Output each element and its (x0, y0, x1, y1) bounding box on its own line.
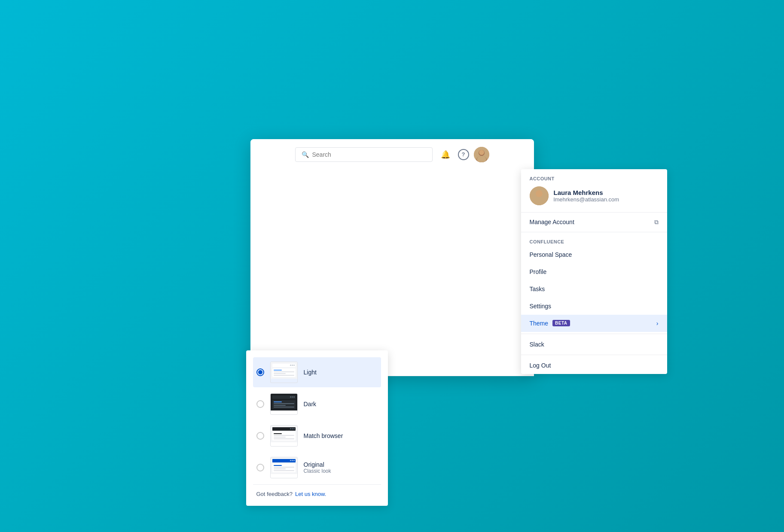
user-email: lmehrkens@atlassian.com (554, 196, 619, 203)
light-theme-name: Light (304, 369, 317, 376)
feedback-link[interactable]: Let us know. (295, 491, 326, 497)
feedback-text: Got feedback? (256, 491, 293, 497)
original-theme-desc: Classic look (304, 468, 331, 474)
theme-option-match-browser[interactable]: Match browser (253, 421, 381, 451)
logout-label: Log Out (530, 362, 551, 369)
confluence-section-label: CONFLUENCE (521, 239, 667, 244)
content-area: Light (250, 170, 534, 376)
user-name: Laura Mehrkens (554, 189, 619, 196)
dark-theme-name: Dark (304, 401, 317, 407)
theme-thumbnail-original (270, 457, 298, 478)
manage-account-label: Manage Account (530, 219, 574, 225)
tasks-item[interactable]: Tasks (521, 280, 667, 298)
theme-radio-original (256, 464, 264, 471)
user-details: Laura Mehrkens lmehrkens@atlassian.com (554, 189, 619, 203)
personal-space-item[interactable]: Personal Space (521, 246, 667, 263)
slack-label: Slack (530, 341, 544, 348)
logout-item[interactable]: Log Out (521, 357, 667, 374)
theme-beta-badge: BETA (552, 320, 570, 326)
profile-label: Profile (530, 268, 547, 275)
header-icons: 🔔 ? (438, 147, 489, 162)
header: 🔍 🔔 ? (250, 139, 534, 170)
menu-divider-2 (521, 355, 667, 355)
avatar-image (474, 147, 489, 162)
theme-thumbnail-match-browser (270, 425, 298, 447)
theme-option-dark[interactable]: Dark (253, 389, 381, 419)
theme-option-original[interactable]: Original Classic look (253, 453, 381, 483)
svg-point-6 (536, 190, 543, 197)
settings-item[interactable]: Settings (521, 298, 667, 315)
theme-item-left: Theme BETA (530, 320, 570, 327)
chevron-right-icon: › (656, 320, 659, 327)
theme-thumbnail-light (270, 362, 298, 383)
theme-item[interactable]: Theme BETA › (521, 315, 667, 332)
help-icon: ? (458, 149, 469, 160)
main-window: 🔍 🔔 ? (250, 139, 534, 376)
menu-divider (521, 334, 667, 334)
tasks-label: Tasks (530, 286, 545, 292)
theme-radio-light (256, 368, 264, 376)
theme-thumbnail-dark (270, 393, 298, 415)
account-dropdown: ACCOUNT Laura Mehrkens lmehrkens@atlassi… (521, 169, 667, 374)
user-info: Laura Mehrkens lmehrkens@atlassian.com (530, 186, 659, 205)
notification-button[interactable]: 🔔 (438, 147, 453, 162)
theme-radio-dark (256, 400, 264, 408)
theme-label-original: Original Classic look (304, 461, 331, 474)
account-section-label: ACCOUNT (530, 176, 659, 181)
search-bar[interactable]: 🔍 (295, 147, 433, 162)
search-input[interactable] (312, 151, 426, 158)
personal-space-label: Personal Space (530, 251, 572, 258)
bell-icon: 🔔 (441, 150, 450, 159)
manage-account-item[interactable]: Manage Account ⧉ (521, 212, 667, 232)
user-avatar-button[interactable] (474, 147, 489, 162)
theme-label: Theme (530, 320, 549, 327)
match-browser-theme-name: Match browser (304, 432, 343, 439)
theme-label-light: Light (304, 369, 317, 376)
svg-point-3 (479, 150, 484, 155)
dropdown-user-avatar (530, 186, 549, 205)
account-section: ACCOUNT Laura Mehrkens lmehrkens@atlassi… (521, 169, 667, 205)
search-icon: 🔍 (302, 151, 309, 158)
help-button[interactable]: ? (456, 147, 471, 162)
theme-label-dark: Dark (304, 401, 317, 407)
profile-item[interactable]: Profile (521, 263, 667, 280)
original-theme-name: Original (304, 461, 331, 468)
theme-label-match-browser: Match browser (304, 432, 343, 439)
theme-panel: Light (246, 350, 388, 506)
external-link-icon: ⧉ (654, 219, 659, 226)
theme-radio-match-browser (256, 432, 264, 440)
feedback-row: Got feedback? Let us know. (253, 484, 381, 499)
confluence-section: CONFLUENCE Personal Space Profile Tasks … (521, 232, 667, 374)
theme-option-light[interactable]: Light (253, 357, 381, 387)
slack-item[interactable]: Slack (521, 336, 667, 353)
settings-label: Settings (530, 303, 552, 310)
